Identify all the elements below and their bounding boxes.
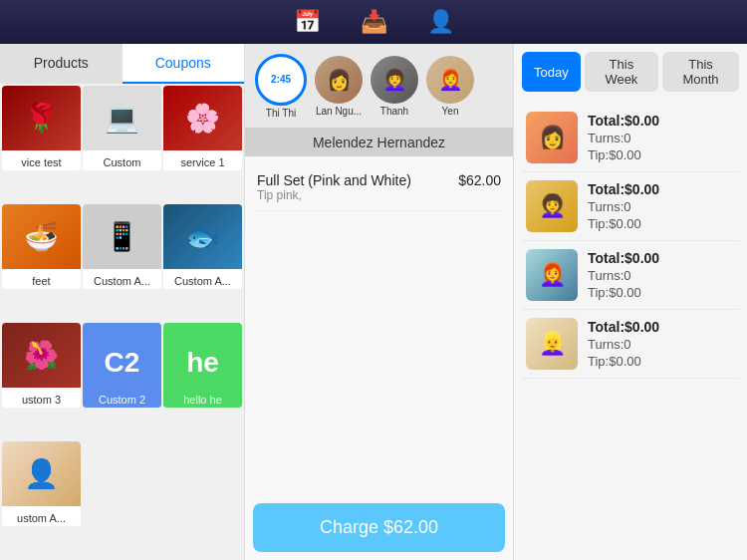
- staff-row: 👩 Total:$0.00 Turns:0 Tip:$0.00: [522, 104, 739, 172]
- period-tabs: Today This Week This Month: [514, 44, 747, 100]
- tech-name-thanh: Thanh: [380, 106, 408, 117]
- product-label: ustom 3: [2, 392, 81, 408]
- tech-thi-thi[interactable]: 2:45 Thi Thi: [255, 54, 307, 119]
- order-item-price: $62.00: [458, 172, 501, 188]
- product-label: Custom: [83, 154, 161, 170]
- tech-name-yen: Yen: [442, 106, 459, 117]
- tech-lan[interactable]: 👩 Lan Ngu...: [315, 56, 363, 117]
- product-c2-text: C2: [105, 346, 140, 378]
- tech-initials: 2:45: [271, 74, 291, 85]
- product-grid: 🌹 vice test 💻 Custom 🌸 service 1 🍜 feet …: [0, 84, 244, 560]
- staff-total-1: Total:$0.00: [588, 113, 659, 129]
- staff-tip-4: Tip:$0.00: [588, 354, 659, 369]
- order-item-info: Full Set (Pink and White) Tip pink,: [257, 172, 458, 202]
- product-custom-a2[interactable]: 🐟 Custom A...: [163, 204, 242, 289]
- tab-this-week[interactable]: This Week: [585, 52, 658, 92]
- staff-photo-4: 👱‍♀️: [526, 318, 578, 370]
- staff-tip-3: Tip:$0.00: [588, 285, 659, 300]
- product-label: Custom A...: [83, 273, 161, 289]
- left-panel: Products Coupons 🌹 vice test 💻 Custom 🌸 …: [0, 44, 244, 560]
- tech-bar: 2:45 Thi Thi 👩 Lan Ngu... 👩‍🦱 Thanh 👩‍🦰: [245, 44, 513, 129]
- staff-total-4: Total:$0.00: [588, 319, 659, 335]
- tech-avatar-yen[interactable]: 👩‍🦰: [426, 56, 474, 104]
- staff-turns-2: Turns:0: [588, 199, 659, 214]
- tech-thanh[interactable]: 👩‍🦱 Thanh: [371, 56, 418, 117]
- staff-photo-1: 👩: [526, 112, 578, 163]
- product-vice-test[interactable]: 🌹 vice test: [2, 86, 81, 170]
- tab-today[interactable]: Today: [522, 52, 581, 92]
- order-list: Full Set (Pink and White) Tip pink, $62.…: [245, 156, 513, 495]
- product-label: hello he: [163, 392, 242, 408]
- tech-yen[interactable]: 👩‍🦰 Yen: [426, 56, 474, 117]
- right-panel: Today This Week This Month 👩 Total:$0.00…: [513, 44, 747, 560]
- product-label: Custom 2: [83, 392, 161, 408]
- tab-coupons[interactable]: Coupons: [123, 44, 245, 84]
- staff-tip-2: Tip:$0.00: [588, 216, 659, 231]
- inbox-icon[interactable]: 📥: [361, 9, 387, 35]
- middle-panel: 2:45 Thi Thi 👩 Lan Ngu... 👩‍🦱 Thanh 👩‍🦰: [244, 44, 513, 560]
- staff-total-3: Total:$0.00: [588, 250, 659, 266]
- staff-row: 👩‍🦱 Total:$0.00 Turns:0 Tip:$0.00: [522, 172, 739, 241]
- staff-turns-3: Turns:0: [588, 268, 659, 283]
- staff-stats-2: Total:$0.00 Turns:0 Tip:$0.00: [588, 181, 659, 231]
- product-custom-a1[interactable]: 📱 Custom A...: [83, 204, 161, 289]
- tab-this-month[interactable]: This Month: [662, 52, 739, 92]
- staff-turns-1: Turns:0: [588, 131, 659, 145]
- customer-header: Melendez Hernandez: [245, 129, 513, 156]
- staff-tip-1: Tip:$0.00: [588, 147, 659, 162]
- product-custom2[interactable]: C2 Custom 2: [83, 323, 161, 408]
- product-label: feet: [2, 273, 81, 289]
- tech-name-thi-thi: Thi Thi: [266, 108, 296, 119]
- staff-total-2: Total:$0.00: [588, 181, 659, 197]
- staff-stats-4: Total:$0.00 Turns:0 Tip:$0.00: [588, 319, 659, 369]
- staff-stats-3: Total:$0.00 Turns:0 Tip:$0.00: [588, 250, 659, 300]
- tab-products[interactable]: Products: [0, 44, 123, 84]
- tech-name-lan: Lan Ngu...: [316, 106, 362, 117]
- staff-row: 👱‍♀️ Total:$0.00 Turns:0 Tip:$0.00: [522, 310, 739, 379]
- staff-photo-2: 👩‍🦱: [526, 180, 578, 232]
- order-item-note: Tip pink,: [257, 188, 458, 202]
- tech-avatar-thanh[interactable]: 👩‍🦱: [371, 56, 418, 104]
- staff-list: 👩 Total:$0.00 Turns:0 Tip:$0.00 👩‍🦱 Tota…: [514, 100, 747, 560]
- top-bar: 📅 📥 👤: [0, 0, 747, 44]
- product-label: vice test: [2, 154, 81, 170]
- product-service1[interactable]: 🌸 service 1: [163, 86, 242, 170]
- product-he-text: he: [186, 346, 219, 378]
- main-layout: Products Coupons 🌹 vice test 💻 Custom 🌸 …: [0, 44, 747, 560]
- staff-stats-1: Total:$0.00 Turns:0 Tip:$0.00: [588, 113, 659, 162]
- product-hello-he[interactable]: he hello he: [163, 323, 242, 408]
- user-icon[interactable]: 👤: [427, 9, 454, 35]
- product-label: ustom A...: [2, 510, 81, 526]
- staff-row: 👩‍🦰 Total:$0.00 Turns:0 Tip:$0.00: [522, 241, 739, 310]
- order-item[interactable]: Full Set (Pink and White) Tip pink, $62.…: [253, 164, 505, 211]
- product-feet[interactable]: 🍜 feet: [2, 204, 81, 289]
- product-custom3[interactable]: 🌺 ustom 3: [2, 323, 81, 408]
- staff-photo-3: 👩‍🦰: [526, 249, 578, 301]
- product-label: Custom A...: [163, 273, 242, 289]
- product-custom-a3[interactable]: 👤 ustom A...: [2, 441, 81, 526]
- product-custom-tablet[interactable]: 💻 Custom: [83, 86, 161, 170]
- product-label: service 1: [163, 154, 242, 170]
- tab-bar: Products Coupons: [0, 44, 244, 84]
- tech-avatar-thi-thi[interactable]: 2:45: [255, 54, 307, 106]
- charge-button[interactable]: Charge $62.00: [253, 503, 505, 552]
- tech-avatar-lan[interactable]: 👩: [315, 56, 363, 104]
- calendar-icon[interactable]: 📅: [294, 9, 321, 35]
- staff-turns-4: Turns:0: [588, 337, 659, 352]
- order-item-name: Full Set (Pink and White): [257, 172, 458, 188]
